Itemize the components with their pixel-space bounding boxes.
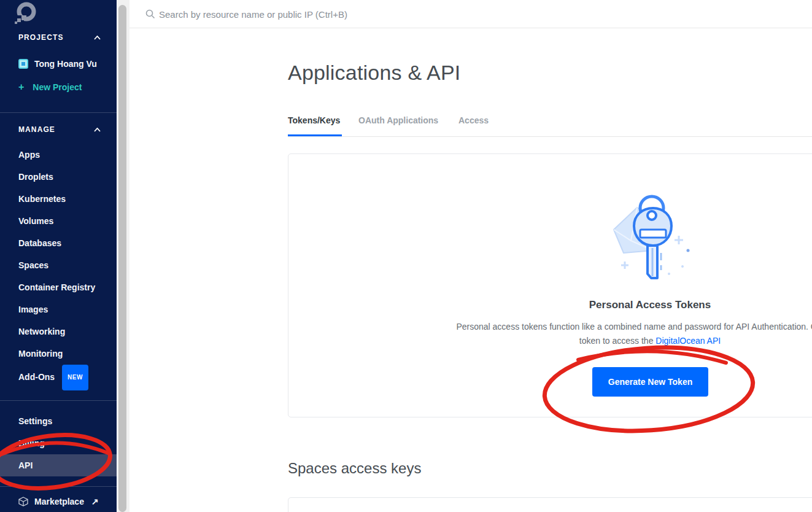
spaces-access-keys-card xyxy=(288,497,812,512)
personal-access-tokens-card xyxy=(288,153,812,417)
sidebar-divider xyxy=(0,112,117,113)
add-ons-label: Add-Ons xyxy=(18,372,55,382)
search-icon xyxy=(145,9,155,19)
sidebar-item-volumes[interactable]: Volumes xyxy=(0,210,117,232)
tab-tokens-keys[interactable]: Tokens/Keys xyxy=(288,115,340,125)
projects-section-header[interactable]: PROJECTS xyxy=(18,33,63,42)
sidebar-item-droplets[interactable]: Droplets xyxy=(0,166,117,188)
scrollbar-track[interactable] xyxy=(117,0,130,512)
sidebar-divider xyxy=(0,486,117,487)
marketplace-cube-icon xyxy=(18,497,28,506)
new-project-button[interactable]: +New Project xyxy=(0,76,117,98)
digitalocean-api-link[interactable]: DigitalOcean API xyxy=(655,336,721,346)
manage-section-header[interactable]: MANAGE xyxy=(18,125,55,134)
sidebar-item-monitoring[interactable]: Monitoring xyxy=(0,343,117,365)
spaces-access-keys-heading: Spaces access keys xyxy=(288,460,421,477)
pat-description-line2: token to access the DigitalOcean API xyxy=(288,336,812,346)
chevron-up-icon[interactable] xyxy=(94,36,101,40)
digitalocean-logo-icon[interactable] xyxy=(15,1,38,25)
key-illustration-icon xyxy=(604,192,696,285)
top-search-bar xyxy=(130,0,812,28)
tabs-bottom-border xyxy=(288,136,812,137)
sidebar-item-spaces[interactable]: Spaces xyxy=(0,254,117,276)
sidebar-item-networking[interactable]: Networking xyxy=(0,320,117,343)
tab-oauth-applications[interactable]: OAuth Applications xyxy=(358,115,438,125)
sidebar-item-add-ons[interactable]: Add-OnsNEW xyxy=(0,365,117,387)
projects-header-label: PROJECTS xyxy=(18,33,63,42)
pat-description-line1: Personal access tokens function like a c… xyxy=(288,322,812,332)
tab-access[interactable]: Access xyxy=(458,115,489,125)
sidebar-item-apps[interactable]: Apps xyxy=(0,144,117,166)
sidebar: PROJECTS Tong Hoang Vu +New Project MANA… xyxy=(0,0,117,512)
pat-description-line2-text: token to access the xyxy=(579,336,656,346)
sidebar-item-container-registry[interactable]: Container Registry xyxy=(0,276,117,298)
sidebar-divider xyxy=(0,400,117,401)
sidebar-item-api-active[interactable]: API xyxy=(0,454,117,476)
project-name-label: Tong Hoang Vu xyxy=(34,59,97,69)
sidebar-item-marketplace[interactable]: Marketplace ↗ xyxy=(0,491,117,512)
search-input[interactable] xyxy=(159,5,773,23)
new-project-label: New Project xyxy=(33,82,82,92)
pat-card-heading: Personal Access Tokens xyxy=(288,299,812,311)
sidebar-item-kubernetes[interactable]: Kubernetes xyxy=(0,188,117,210)
scrollbar-thumb[interactable] xyxy=(118,5,126,512)
chevron-up-icon[interactable] xyxy=(94,128,101,132)
manage-header-label: MANAGE xyxy=(18,125,55,134)
sidebar-item-settings[interactable]: Settings xyxy=(0,410,117,432)
sidebar-item-billing[interactable]: Billing xyxy=(0,432,117,454)
new-badge: NEW xyxy=(62,365,88,390)
page-title: Applications & API xyxy=(288,61,460,85)
plus-icon: + xyxy=(18,82,24,92)
generate-new-token-button[interactable]: Generate New Token xyxy=(592,367,708,397)
sidebar-item-databases[interactable]: Databases xyxy=(0,232,117,254)
sidebar-item-project-tong-hoang-vu[interactable]: Tong Hoang Vu xyxy=(0,53,117,75)
external-link-arrow-icon: ↗ xyxy=(91,497,99,506)
sidebar-item-images[interactable]: Images xyxy=(0,298,117,320)
marketplace-label: Marketplace xyxy=(34,497,84,506)
